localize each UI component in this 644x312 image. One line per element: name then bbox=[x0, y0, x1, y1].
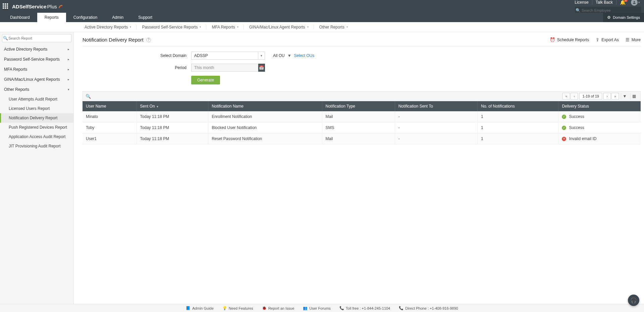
tab-support[interactable]: Support bbox=[131, 13, 160, 22]
caret-down-icon: ▾ bbox=[307, 25, 309, 28]
table-cell: - bbox=[395, 111, 477, 122]
table-cell: User1 bbox=[83, 133, 137, 144]
product-name-light: Plus bbox=[47, 4, 57, 9]
sidebar-group-gina[interactable]: GINA/Mac/Linux Agent Reports▸ bbox=[0, 74, 73, 84]
product-name-bold: ADSelfService bbox=[12, 4, 47, 9]
caret-down-icon: ▾ bbox=[346, 25, 348, 28]
pager-text: 1-19 of 19 bbox=[579, 93, 602, 100]
search-report[interactable]: 🔍 bbox=[2, 34, 71, 42]
more-icon: ☰ bbox=[626, 37, 630, 42]
subtab-mfa-reports[interactable]: MFA Reports▾ bbox=[206, 22, 244, 32]
sort-desc-icon: ▼ bbox=[156, 105, 159, 108]
sidebar-item-notification-delivery[interactable]: Notification Delivery Report bbox=[0, 113, 73, 123]
sidebar-item-push-devices[interactable]: Push Registered Devices Report bbox=[0, 123, 73, 132]
tab-dashboard[interactable]: Dashboard bbox=[3, 13, 37, 22]
domain-settings-button[interactable]: ⚙ Domain Settings bbox=[603, 13, 644, 22]
sidebar-group-password[interactable]: Password Self-Service Reports▸ bbox=[0, 54, 73, 64]
talkback-link[interactable]: Talk Back bbox=[592, 0, 616, 5]
filter-icon[interactable]: ▼ bbox=[621, 93, 628, 100]
domain-select[interactable]: ADSSP ▾ bbox=[191, 52, 265, 60]
col-count[interactable]: No. of Notifications bbox=[478, 101, 558, 111]
table-cell: Minato bbox=[83, 111, 137, 122]
export-as-button[interactable]: ⇪Export As bbox=[596, 37, 619, 42]
subtab-other-reports[interactable]: Other Reports▾ bbox=[314, 22, 353, 32]
sidebar-group-ad[interactable]: Active Directory Reports▸ bbox=[0, 44, 73, 54]
period-calendar-button[interactable]: 📅 bbox=[258, 64, 265, 72]
period-select[interactable]: This month 📅 bbox=[191, 64, 265, 72]
pager-first[interactable]: « bbox=[562, 93, 570, 100]
domain-settings-label: Domain Settings bbox=[613, 15, 640, 19]
sidebar-item-app-access[interactable]: Application Access Audit Report bbox=[0, 132, 73, 141]
domain-value: ADSSP bbox=[191, 52, 258, 60]
footer-tollfree: 📞Toll free : +1-844-245-1104 bbox=[339, 306, 390, 310]
table-cell: Today 11:18 PM bbox=[137, 133, 208, 144]
subtab-password-reports[interactable]: Password Self-Service Reports▾ bbox=[137, 22, 206, 32]
error-icon: ✕ bbox=[562, 137, 566, 141]
generate-button[interactable]: Generate bbox=[191, 76, 220, 84]
sidebar-item-jit-provisioning[interactable]: JIT Provisioning Audit Report bbox=[0, 141, 73, 151]
book-icon: 📘 bbox=[186, 306, 191, 310]
pager-next[interactable]: › bbox=[603, 93, 611, 100]
col-sent-to[interactable]: Notification Sent To bbox=[395, 101, 477, 111]
table-cell: Enrollment Notification bbox=[208, 111, 322, 122]
sidebar-group-other[interactable]: Other Reports▾ bbox=[0, 84, 73, 95]
subtab-gina-reports[interactable]: GINA/Mac/Linux Agent Reports▾ bbox=[244, 22, 314, 32]
schedule-reports-button[interactable]: ⏰Schedule Reports bbox=[550, 37, 589, 42]
col-user-name[interactable]: User Name bbox=[83, 101, 137, 111]
chevron-right-icon: ▸ bbox=[68, 78, 69, 81]
float-help-button[interactable]: 🎧 bbox=[628, 295, 639, 306]
table-cell-status: ✓Success bbox=[558, 122, 641, 133]
filter-icon[interactable]: ▼ bbox=[287, 53, 291, 58]
chevron-right-icon: ▸ bbox=[68, 58, 69, 61]
check-icon: ✓ bbox=[562, 115, 566, 119]
tab-reports[interactable]: Reports bbox=[37, 13, 66, 22]
bulb-icon: 💡 bbox=[222, 306, 227, 310]
sidebar-group-mfa[interactable]: MFA Reports▸ bbox=[0, 64, 73, 74]
sidebar-item-licensed-users[interactable]: Licensed Users Report bbox=[0, 104, 73, 113]
subtab-ad-reports[interactable]: Active Directory Reports▾ bbox=[79, 22, 137, 32]
table-cell: 1 bbox=[478, 122, 558, 133]
pager-last[interactable]: » bbox=[611, 93, 619, 100]
table-cell-status: ✓Success bbox=[558, 111, 641, 122]
table-search-icon[interactable]: 🔍 bbox=[86, 94, 91, 99]
domain-dropdown-button[interactable]: ▾ bbox=[258, 52, 265, 60]
table-cell: - bbox=[395, 133, 477, 144]
chevron-right-icon: ▸ bbox=[68, 48, 69, 51]
notifications-button[interactable]: 🔔 1 bbox=[616, 0, 629, 5]
footer-need-features[interactable]: 💡Need Features bbox=[222, 306, 253, 310]
col-status[interactable]: Delivery Status bbox=[558, 101, 641, 111]
table-cell: SMS bbox=[322, 122, 395, 133]
pager: « ‹ 1-19 of 19 › » ▼ ▦ bbox=[562, 93, 638, 100]
table-cell: Reset Password Notification bbox=[208, 133, 322, 144]
search-employee-input[interactable] bbox=[582, 8, 641, 12]
table-cell-status: ✕Invalid email ID bbox=[558, 133, 641, 144]
table-cell: Toby bbox=[83, 122, 137, 133]
col-notification-name[interactable]: Notification Name bbox=[208, 101, 322, 111]
table-row: TobyToday 11:18 PMBlocked User Notificat… bbox=[83, 122, 641, 133]
apps-grid-icon[interactable] bbox=[3, 3, 9, 9]
tab-admin[interactable]: Admin bbox=[105, 13, 131, 22]
col-sent-on[interactable]: Sent On▼ bbox=[137, 101, 208, 111]
user-menu[interactable]: ▾ bbox=[629, 0, 641, 6]
content: Notification Delivery Report ? ⏰Schedule… bbox=[74, 32, 644, 312]
col-notification-type[interactable]: Notification Type bbox=[322, 101, 395, 111]
pager-prev[interactable]: ‹ bbox=[571, 93, 578, 100]
chevron-down-icon: ▾ bbox=[68, 88, 69, 91]
domain-label: Select Domain bbox=[136, 53, 186, 58]
search-icon: 🔍 bbox=[2, 36, 8, 41]
help-icon[interactable]: ? bbox=[146, 38, 151, 42]
columns-icon[interactable]: ▦ bbox=[630, 93, 638, 100]
tab-configuration[interactable]: Configuration bbox=[66, 13, 105, 22]
more-button[interactable]: ☰More bbox=[626, 37, 641, 42]
footer: 📘Admin Guide 💡Need Features 🐞Report an I… bbox=[0, 304, 644, 312]
search-report-input[interactable] bbox=[8, 36, 71, 40]
footer-admin-guide[interactable]: 📘Admin Guide bbox=[186, 306, 214, 310]
license-link[interactable]: License bbox=[571, 0, 592, 5]
gear-icon: ⚙ bbox=[607, 15, 611, 20]
avatar-icon bbox=[631, 0, 638, 6]
footer-report-issue[interactable]: 🐞Report an Issue bbox=[262, 306, 294, 310]
sidebar-item-user-attempts[interactable]: User Attempts Audit Report bbox=[0, 95, 73, 104]
select-ous-link[interactable]: Select OUs bbox=[294, 53, 315, 58]
clock-icon: ⏰ bbox=[550, 37, 555, 42]
footer-user-forums[interactable]: 👥User Forums bbox=[303, 306, 331, 310]
